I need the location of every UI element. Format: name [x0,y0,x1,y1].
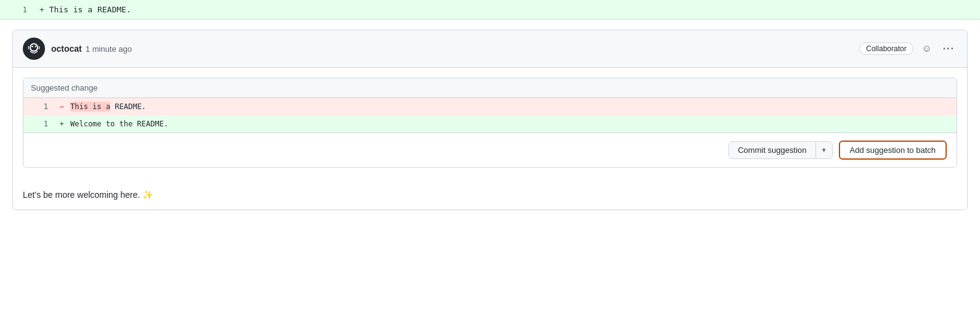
svg-point-2 [31,44,37,51]
highlight-removed-text: This is a [70,102,110,112]
svg-point-3 [31,46,33,47]
comment-text-content: Let's be more welcoming here. [23,190,140,200]
diff-minus-sign: − [55,102,68,111]
suggestion-diff: 1 − This is a README. 1 + Welcome to the… [23,98,957,133]
avatar [23,38,45,60]
ellipsis-icon: ··· [943,43,955,54]
diff-line-top: 1 + This is a README. [0,0,980,20]
diff-line-content: + This is a README. [37,5,131,14]
diff-plus-sign: + [39,5,44,14]
chevron-down-icon[interactable]: ▾ [816,142,832,158]
svg-point-4 [35,46,36,47]
comment-header-left: octocat 1 minute ago [23,38,132,60]
collaborator-badge: Collaborator [859,43,913,55]
diff-removed-content: This is a README. [68,102,146,111]
octocat-icon [24,39,44,59]
comment-header-right: Collaborator ☺ ··· [859,40,957,57]
diff-added-content: Welcome to the README. [68,120,168,128]
diff-row-number-removed: 1 [23,102,55,111]
diff-row-number-added: 1 [23,120,55,128]
comment-time: 1 minute ago [86,44,132,54]
diff-plus-sign-inner: + [55,120,68,128]
comment-body: Suggested change 1 − This is a README. 1… [13,68,967,187]
comment-author: octocat [51,44,82,54]
add-suggestion-to-batch-button[interactable]: Add suggestion to batch [839,141,947,160]
comment-header: octocat 1 minute ago Collaborator ☺ ··· [13,30,967,68]
emoji-reaction-button[interactable]: ☺ [918,40,936,57]
diff-removed-rest: README. [110,102,146,111]
commit-suggestion-button[interactable]: Commit suggestion ▾ [729,141,832,159]
comment-meta: octocat 1 minute ago [51,44,132,54]
more-options-button[interactable]: ··· [941,43,957,54]
page-wrapper: 1 + This is a README. [0,0,980,323]
diff-removed-row: 1 − This is a README. [23,98,957,115]
diff-added-row: 1 + Welcome to the README. [23,115,957,133]
action-buttons-row: Commit suggestion ▾ Add suggestion to ba… [23,133,957,167]
commit-suggestion-label: Commit suggestion [729,142,815,158]
suggested-change-header: Suggested change [23,78,957,98]
comment-section: octocat 1 minute ago Collaborator ☺ ··· … [12,30,968,210]
sparkle-emoji: ✨ [142,190,153,200]
diff-line-number: 1 [0,6,37,14]
comment-text: Let's be more welcoming here. ✨ [13,190,967,210]
suggested-change-box: Suggested change 1 − This is a README. 1… [23,78,957,168]
emoji-icon: ☺ [921,43,931,54]
diff-line-text: This is a README. [49,5,131,14]
